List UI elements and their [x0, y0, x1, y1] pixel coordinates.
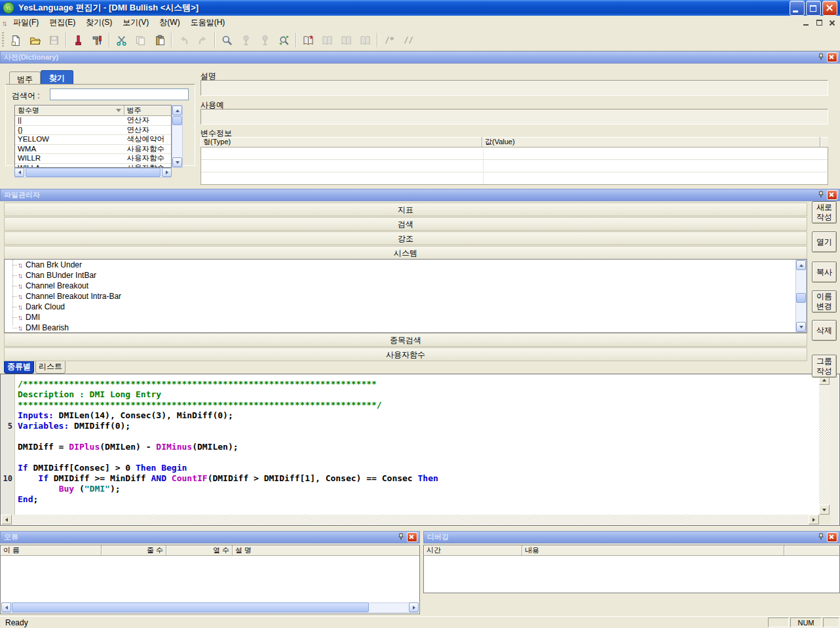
book-3-icon: [337, 31, 355, 49]
category-bar-2[interactable]: 강조: [4, 231, 807, 245]
tab-by-type[interactable]: 종류별: [4, 361, 34, 374]
tools-icon[interactable]: [88, 31, 106, 49]
scroll-thumb[interactable]: [26, 168, 161, 177]
mdi-close-button[interactable]: [827, 18, 838, 28]
column-header-column[interactable]: 열 수: [166, 545, 233, 556]
error-horizontal-scrollbar[interactable]: [1, 602, 419, 613]
scroll-left-button[interactable]: [1, 602, 11, 612]
tree-item[interactable]: ↑↓Chan Brk Under: [5, 260, 795, 270]
column-header-function-name[interactable]: 함수명: [15, 106, 124, 116]
new-button[interactable]: 새로 작성: [812, 201, 837, 224]
dictionary-row[interactable]: {}연산자: [15, 126, 171, 136]
verify-icon[interactable]: [69, 31, 87, 49]
column-header-name[interactable]: 이 름: [1, 545, 102, 556]
scroll-thumb[interactable]: [172, 116, 182, 125]
tree-vertical-scrollbar[interactable]: [795, 260, 807, 332]
menu-item-3[interactable]: 보기(V): [117, 16, 154, 28]
column-header-content[interactable]: 내용: [522, 545, 784, 556]
scroll-down-button[interactable]: [819, 505, 830, 515]
column-header-category[interactable]: 범주: [124, 106, 171, 116]
tree-item[interactable]: ↑↓Channel Breakout Intra-Bar: [5, 291, 795, 302]
mdi-minimize-button[interactable]: [801, 18, 812, 28]
book-4-icon: [356, 31, 374, 49]
scroll-thumb[interactable]: [12, 602, 369, 612]
dictionary-close-button[interactable]: [827, 52, 837, 62]
find-refresh-icon[interactable]: [275, 31, 293, 49]
menu-item-4[interactable]: 창(W): [154, 16, 185, 28]
menu-item-0[interactable]: 파일(F): [8, 16, 44, 28]
bottom-bar-1[interactable]: 사용자함수: [4, 347, 807, 361]
minimize-button[interactable]: [790, 1, 805, 16]
code-editor[interactable]: 510 /***********************************…: [0, 374, 840, 526]
code-token: Inputs:: [18, 410, 54, 420]
scroll-up-button[interactable]: [796, 260, 806, 270]
editor-code-area[interactable]: /***************************************…: [16, 374, 817, 515]
menu-item-1[interactable]: 편집(E): [44, 16, 81, 28]
tab-list[interactable]: 리스트: [35, 361, 66, 374]
toolbar-grip[interactable]: [2, 32, 4, 48]
tree-item[interactable]: ↑↓Channel Breakout: [5, 281, 795, 291]
tab-category[interactable]: 범주: [9, 71, 41, 84]
debug-close-button[interactable]: [827, 532, 837, 542]
mdi-restore-button[interactable]: [814, 18, 825, 28]
scroll-right-button[interactable]: [809, 515, 819, 524]
dictionary-row[interactable]: WMA사용자함수: [15, 145, 171, 155]
editor-gutter: 510: [1, 374, 15, 515]
pin-icon[interactable]: [818, 53, 824, 62]
group-create-button[interactable]: 그룹 작성: [812, 355, 837, 378]
search-input[interactable]: [50, 88, 189, 100]
column-header-description[interactable]: 설 명: [233, 545, 419, 556]
category-bar-0[interactable]: 지표: [4, 203, 807, 216]
dictionary-row[interactable]: WILLR사용자함수: [15, 154, 171, 164]
delete-button[interactable]: 삭제: [812, 320, 837, 341]
column-header-value[interactable]: 값(Value): [482, 137, 820, 147]
error-close-button[interactable]: [407, 532, 417, 542]
copy-button[interactable]: 복사: [812, 262, 837, 283]
toolbar: /*//: [0, 29, 840, 51]
find-icon[interactable]: [218, 31, 236, 49]
menu-item-2[interactable]: 찾기(S): [81, 16, 117, 28]
bottom-bar-0[interactable]: 종목검색: [4, 333, 807, 347]
new-file-icon[interactable]: [7, 31, 25, 49]
column-header-type[interactable]: 형(Type): [200, 137, 482, 147]
mdi-document-icon[interactable]: ↑↓: [2, 19, 5, 27]
restore-button[interactable]: [806, 1, 821, 16]
close-button[interactable]: [822, 1, 837, 16]
category-bar-1[interactable]: 검색: [4, 217, 807, 231]
file-manager-close-button[interactable]: [827, 190, 837, 200]
scroll-right-button[interactable]: [409, 602, 419, 612]
tree-item[interactable]: ↑↓Dark Cloud: [5, 302, 795, 312]
dictionary-book-icon[interactable]: [299, 31, 317, 49]
column-header-time[interactable]: 시간: [424, 545, 522, 556]
updown-arrows-icon: ↑↓: [18, 313, 21, 321]
pin-icon[interactable]: [818, 533, 824, 542]
scroll-down-button[interactable]: [796, 322, 806, 332]
scroll-down-button[interactable]: [172, 157, 182, 167]
scroll-thumb[interactable]: [796, 293, 806, 303]
tree-item[interactable]: ↑↓DMI: [5, 312, 795, 323]
tab-find[interactable]: 찾기: [41, 70, 73, 84]
scroll-left-button[interactable]: [1, 515, 12, 524]
paste-icon[interactable]: [151, 31, 168, 49]
open-file-icon[interactable]: [26, 31, 44, 49]
tree-item[interactable]: ↑↓DMI Bearish: [5, 323, 795, 333]
editor-vertical-scrollbar[interactable]: [819, 375, 830, 515]
dictionary-vertical-scrollbar[interactable]: [172, 105, 183, 168]
rename-button[interactable]: 이름 변경: [812, 290, 837, 313]
dictionary-row[interactable]: ||연산자: [15, 116, 171, 126]
pin-icon[interactable]: [398, 533, 404, 542]
open-button[interactable]: 열기: [812, 231, 837, 252]
scroll-left-button[interactable]: [14, 168, 24, 177]
scroll-right-button[interactable]: [162, 168, 172, 177]
menu-item-5[interactable]: 도움말(H): [185, 16, 231, 28]
category-bar-3[interactable]: 시스템: [4, 246, 807, 260]
dictionary-row[interactable]: YELLOW색상예약어: [15, 135, 171, 145]
editor-horizontal-scrollbar[interactable]: [1, 515, 819, 524]
scroll-up-button[interactable]: [172, 106, 182, 115]
dictionary-horizontal-scrollbar[interactable]: [14, 168, 172, 178]
tree-item[interactable]: ↑↓Chan BUnder IntBar: [5, 270, 795, 281]
code-token: Then: [418, 473, 438, 483]
cut-icon[interactable]: [113, 31, 130, 49]
column-header-line[interactable]: 줄 수: [102, 545, 166, 556]
pin-icon[interactable]: [818, 191, 824, 200]
